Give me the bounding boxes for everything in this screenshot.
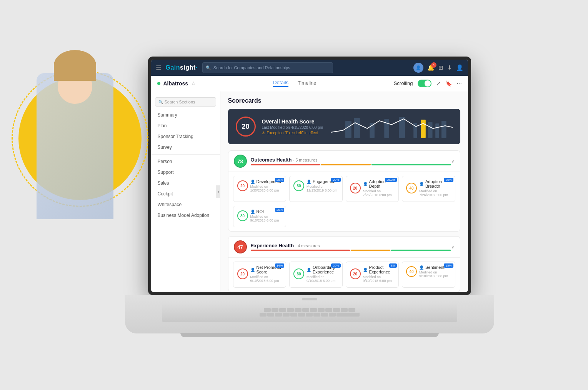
overall-score-circle: 20 [236,117,256,137]
sidebar-item-sales[interactable]: Sales [151,178,220,188]
health-score-info: Overall Health Score Last Modified on 4/… [262,118,323,135]
onboarding-card: 20% 80 👤 Onboarding Experience Modified … [289,262,343,288]
more-options-button[interactable]: ⋯ [456,80,462,87]
nps-percent: 14% [275,263,284,268]
save-button[interactable]: 🔖 [445,80,452,87]
product-experience-card: 8% 20 👤 Product Experience Modified on 9… [346,262,399,288]
onboarding-score: 80 [293,268,304,279]
overall-score-title: Overall Health Score [262,118,323,125]
notification-badge: 9 [431,62,436,68]
product-experience-score: 20 [350,268,361,279]
sub-nav: Albatross ☆ Details Timeline Scrolling ⤢… [151,76,468,91]
laptop-hinge [302,298,317,300]
roi-score: 80 [237,210,248,221]
share-button[interactable]: ⤢ [436,80,441,87]
sub-nav-actions: Scrolling ⤢ 🔖 ⋯ [394,80,462,87]
outcomes-chevron: ∨ [451,158,455,164]
product-experience-percent: 8% [389,263,397,268]
experience-progress-1 [251,250,451,251]
development-date: Modified on 1/30/2020 6:00 pm [250,185,282,192]
search-sections-input[interactable]: 🔍 Search Sections [155,97,216,107]
download-button[interactable]: ⬇ [447,64,452,71]
adoption-depth-score: 20 [350,183,361,193]
scrolling-label: Scrolling [394,80,413,86]
onboarding-percent: 20% [331,263,340,268]
adoption-depth-date: Modified on 7/26/2018 6:00 pm [363,189,395,197]
sidebar-item-whitespace[interactable]: Whitespace [151,199,220,210]
adoption-breadth-date: Modified on 7/26/2018 6:00 pm [419,189,451,197]
user-avatar[interactable]: 👤 [413,63,423,73]
experience-title-1: Experience Health · 4 measures [251,243,451,248]
warning-icon: ⚠ [262,131,265,135]
company-name: Albatross [163,80,188,87]
status-indicator [157,82,160,85]
adoption-breadth-header: 40 👤 Adoption - Breadth Modified on 7/26… [406,179,451,197]
health-score-left: 20 Overall Health Score Last Modified on… [236,117,323,137]
roi-percent: 20% [275,208,284,212]
laptop-body [125,295,494,333]
top-nav: ☰ Gainsight· 🔍 Search for Companies and … [151,60,468,76]
outcomes-header[interactable]: 78 Outcomes Health · 5 measures [228,151,460,172]
onboarding-header: 80 👤 Onboarding Experience Modified on 9… [293,265,338,283]
sidebar: 🔍 Search Sections Summary Plan Sponsor T… [151,91,220,292]
sidebar-item-sponsor[interactable]: Sponsor Tracking [151,131,220,142]
search-sections-icon: 🔍 [158,100,163,104]
sidebar-collapse-button[interactable]: ‹ [216,185,220,198]
sidebar-item-cockpit[interactable]: Cockpit [151,188,220,199]
company-header: Albatross ☆ [157,80,196,87]
engagement-card: 20% 80 👤 Engagement Modified on 12/13/20… [289,176,343,202]
health-chart [331,115,452,138]
product-experience-header: 20 👤 Product Experience Modified on 9/10… [350,265,395,283]
scrolling-toggle[interactable] [418,80,431,87]
sidebar-item-survey[interactable]: Survey [151,142,220,153]
favorite-star[interactable]: ☆ [191,80,196,86]
svg-rect-1 [345,121,351,138]
app-container: ☰ Gainsight· 🔍 Search for Companies and … [151,60,468,292]
sentiment-card: 15% 40 👤 Sentiment Modified on 9/10/2018… [402,262,455,288]
engagement-percent: 20% [331,178,340,182]
nps-date: Modified on 9/10/2018 6:00 pm [250,275,282,283]
sidebar-item-plan[interactable]: Plan [151,120,220,131]
outcomes-extra-grid: 20% 80 👤 ROI Modified on 9/10/2018 6:00 … [228,206,460,231]
exception-text: Exception "Exec Left" in effect [267,131,318,135]
user-profile-button[interactable]: 👤 [456,64,463,71]
tab-timeline[interactable]: Timeline [298,80,316,87]
outcomes-progress [251,164,451,165]
roi-date: Modified on 9/10/2018 6:00 pm [250,215,282,222]
notifications-button[interactable]: 🔔 9 [427,64,435,71]
development-score: 20 [237,180,248,191]
tab-details[interactable]: Details [273,80,288,87]
keyboard-area [162,303,457,322]
experience-health-group-1: 47 Experience Health · 4 measures [228,236,460,292]
sidebar-item-support[interactable]: Support [151,167,220,178]
svg-rect-2 [354,118,360,138]
outcomes-health-group: 78 Outcomes Health · 5 measures [228,150,460,232]
overall-score-date: Last Modified on 4/15/2020 6:00 pm [262,125,323,130]
nav-icons-group: 👤 🔔 9 ⊞ ⬇ 👤 [413,63,463,73]
sentiment-percent: 15% [444,263,453,268]
experience-header-1[interactable]: 47 Experience Health · 4 measures [228,237,460,258]
outcomes-title: Outcomes Health · 5 measures [251,157,451,163]
sentiment-score: 40 [406,266,417,277]
search-icon: 🔍 [206,65,211,70]
app-logo: Gainsight· [166,64,198,71]
adoption-depth-card: 25.3% 20 👤 Adoption-Depth Modified on 7/… [346,176,399,202]
roi-card: 20% 80 👤 ROI Modified on 9/10/2018 6:00 … [233,206,287,227]
sidebar-item-person[interactable]: Person [151,156,220,167]
development-percent: 25% [275,178,284,182]
svg-rect-8 [428,122,432,138]
content-area: Scorecards 20 Overall Health Score Last … [220,91,468,292]
hamburger-menu[interactable]: ☰ [156,64,161,72]
svg-rect-4 [384,119,389,138]
screen-content: ☰ Gainsight· 🔍 Search for Companies and … [151,60,468,292]
nps-card: 14% 20 👤 Net Promoter Score Modified on … [233,262,287,288]
engagement-score: 80 [293,180,304,191]
grid-view-button[interactable]: ⊞ [438,64,443,71]
adoption-depth-percent: 25.3% [385,178,397,182]
search-sections-placeholder: Search Sections [165,100,195,104]
svg-rect-9 [435,123,439,138]
global-search[interactable]: 🔍 Search for Companies and Relationships [202,62,333,73]
sidebar-item-business-model[interactable]: Business Model Adoption [151,210,220,221]
sidebar-item-summary[interactable]: Summary [151,110,220,120]
experience-info-1: Experience Health · 4 measures [251,243,451,251]
